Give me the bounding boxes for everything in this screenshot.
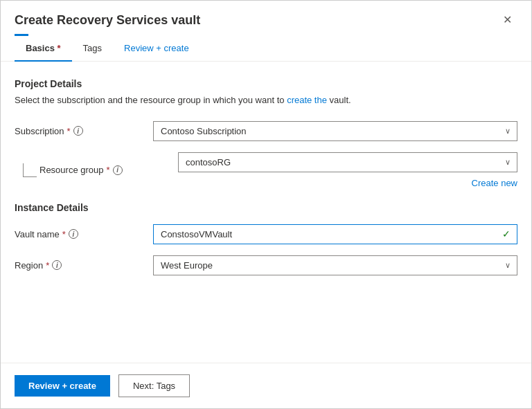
instance-details-heading: Instance Details — [15, 202, 517, 213]
vault-name-input[interactable] — [153, 224, 517, 244]
dialog-footer: Review + create Next: Tags — [1, 363, 531, 408]
rg-info-icon[interactable]: i — [113, 165, 123, 175]
resource-group-select[interactable]: contosoRG — [178, 152, 517, 172]
create-new-link[interactable]: Create new — [472, 178, 517, 188]
vault-name-control: ✓ — [153, 224, 517, 244]
subscription-select[interactable]: Contoso Subscription — [153, 121, 517, 141]
subscription-label: Subscription * i — [15, 126, 153, 136]
resource-group-indent: Resource group * i — [15, 163, 178, 177]
vault-name-label: Vault name * i — [15, 229, 153, 239]
vault-info-icon[interactable]: i — [69, 229, 78, 239]
form-content: Project Details Select the subscription … — [1, 62, 531, 363]
region-select-wrapper: West Europe ∨ — [153, 255, 517, 275]
tab-tags-label: Tags — [83, 43, 102, 53]
region-control: West Europe ∨ — [153, 255, 517, 275]
region-info-icon[interactable]: i — [52, 260, 62, 270]
subscription-select-wrapper: Contoso Subscription ∨ — [153, 121, 517, 141]
create-dialog: Create Recovery Services vault ✕ Basics … — [0, 0, 532, 409]
highlight-text: create the — [287, 95, 327, 105]
rg-required: * — [107, 165, 110, 175]
resource-group-select-wrapper: contosoRG ∨ — [178, 152, 517, 172]
region-required: * — [46, 260, 49, 271]
tab-basics-label: Basics — [26, 43, 55, 53]
resource-group-row: Resource group * i contosoRG ∨ Create ne… — [15, 152, 517, 188]
project-details-heading: Project Details — [15, 78, 517, 89]
basics-required-star: * — [55, 43, 61, 53]
vault-name-input-wrapper: ✓ — [153, 224, 517, 244]
subscription-row: Subscription * i Contoso Subscription ∨ — [15, 121, 517, 141]
tab-bar: Basics * Tags Review + create — [1, 36, 531, 62]
tab-tags[interactable]: Tags — [72, 36, 113, 62]
tab-review-create[interactable]: Review + create — [113, 36, 200, 62]
subscription-required: * — [67, 126, 71, 136]
vault-required: * — [62, 229, 66, 239]
resource-group-control: contosoRG ∨ Create new — [178, 152, 517, 188]
subscription-info-icon[interactable]: i — [73, 126, 83, 136]
close-button[interactable]: ✕ — [497, 12, 517, 28]
vault-name-check-icon: ✓ — [502, 228, 511, 239]
resource-group-label: Resource group * i — [39, 165, 178, 175]
tab-review-label: Review + create — [124, 43, 189, 53]
region-select[interactable]: West Europe — [153, 255, 517, 275]
vault-name-row: Vault name * i ✓ — [15, 224, 517, 244]
next-tags-button[interactable]: Next: Tags — [118, 374, 190, 397]
subscription-control: Contoso Subscription ∨ — [153, 121, 517, 141]
dialog-title: Create Recovery Services vault — [15, 13, 200, 28]
review-create-button[interactable]: Review + create — [15, 375, 110, 397]
project-details-description: Select the subscription and the resource… — [15, 93, 517, 107]
region-label: Region * i — [15, 260, 153, 271]
tab-basics[interactable]: Basics * — [15, 36, 72, 62]
dialog-header: Create Recovery Services vault ✕ — [1, 1, 531, 34]
rg-connector-line — [23, 163, 37, 177]
close-icon: ✕ — [503, 14, 512, 26]
instance-divider: Instance Details — [15, 202, 517, 213]
region-row: Region * i West Europe ∨ — [15, 255, 517, 275]
